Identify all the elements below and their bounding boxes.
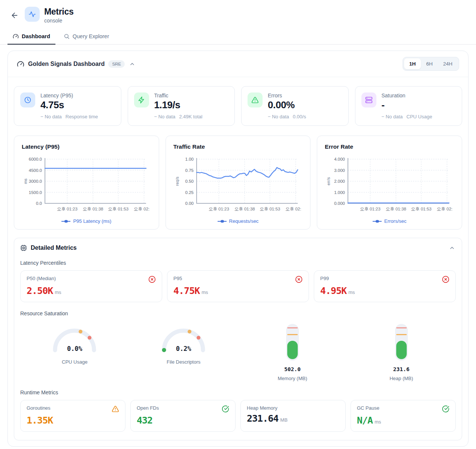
svg-text:오후 01:53: 오후 01:53	[411, 207, 432, 211]
tab-dashboard[interactable]: Dashboard	[7, 30, 55, 45]
metric-unit: MB	[280, 417, 288, 423]
metric-label: P99	[320, 276, 329, 281]
main-tabs: Dashboard Query Explorer	[0, 30, 476, 45]
thermometer-fill	[396, 341, 407, 359]
legend-label: Requests/sec	[229, 218, 259, 224]
traffic-chart-card: Traffic Rate 0.000.250.500.751.00오후 01:2…	[166, 136, 311, 230]
heap-thermometer: 231.6 Heap (MB)	[347, 322, 456, 381]
legend-label: Errors/sec	[384, 218, 406, 224]
collapse-detailed-button[interactable]	[448, 244, 456, 252]
thermometer-gauge	[286, 324, 299, 361]
chevron-up-icon	[129, 61, 135, 67]
metric-card-p95: P95 4.75Kms	[167, 270, 309, 302]
thermometer-value: 502.0	[284, 366, 301, 372]
latency-line-chart: 0.01500.03000.04500.06000.0오후 01:23오후 01…	[22, 155, 151, 215]
metric-label: P50 (Median)	[27, 276, 56, 281]
svg-text:0.50: 0.50	[185, 179, 193, 183]
memory-thermometer: 502.0 Memory (MB)	[238, 322, 347, 381]
danger-threshold-line	[287, 327, 298, 328]
svg-text:오후 02:10: 오후 02:10	[437, 207, 453, 211]
collapse-panel-button[interactable]	[128, 60, 136, 68]
metric-value: 4.95K	[320, 285, 346, 296]
gauge-icon	[13, 33, 19, 39]
svg-text:2.000: 2.000	[334, 179, 345, 183]
svg-text:오후 01:38: 오후 01:38	[386, 207, 406, 211]
metric-card-gc-pause: GC Pause N/Ams	[351, 400, 456, 432]
thermometer-gauge	[395, 324, 408, 361]
range-1h-button[interactable]: 1H	[404, 58, 421, 69]
cpu-usage-gauge: 0.0% CPU Usage	[20, 322, 129, 381]
stat-label: Saturation	[382, 92, 432, 98]
trend-text: − No data	[154, 114, 176, 119]
metric-value: 432	[137, 415, 152, 426]
charts-row: Latency (P95) 0.01500.03000.04500.06000.…	[8, 126, 468, 230]
server-icon	[361, 92, 376, 107]
stat-card-saturation: Saturation - − No dataCPU Usage	[355, 86, 463, 126]
range-6h-button[interactable]: 6H	[421, 58, 438, 69]
tab-query-explorer[interactable]: Query Explorer	[58, 30, 115, 45]
svg-text:오후 01:38: 오후 01:38	[83, 207, 103, 211]
stat-label: Latency (P95)	[40, 92, 98, 98]
trend-text: − No data	[40, 114, 62, 119]
svg-text:4.000: 4.000	[334, 157, 345, 161]
legend-line-marker-icon	[218, 219, 227, 223]
detailed-metrics-panel: Detailed Metrics Latency Percentiles P50…	[14, 238, 462, 440]
metric-value: 1.35K	[27, 415, 53, 426]
range-24h-button[interactable]: 24H	[438, 58, 458, 69]
time-range-selector: 1H 6H 24H	[403, 57, 459, 71]
svg-text:1500.0: 1500.0	[29, 190, 42, 195]
zap-icon	[134, 92, 149, 107]
legend-line-marker-icon	[61, 219, 70, 223]
thermometer-value: 231.6	[393, 366, 410, 372]
metric-label: P95	[173, 276, 182, 281]
metric-unit: ms	[201, 289, 208, 295]
thermometer-fill	[287, 341, 298, 359]
clock-icon	[20, 92, 35, 107]
svg-text:req/s: req/s	[175, 176, 179, 186]
metric-card-goroutines: Goroutines 1.35K	[20, 400, 125, 432]
activity-icon	[28, 10, 36, 18]
tab-dashboard-label: Dashboard	[22, 33, 50, 39]
svg-text:1.00: 1.00	[185, 157, 193, 161]
error-line-chart: 0.0001.0002.0003.0004.000오후 01:23오후 01:3…	[325, 155, 454, 215]
svg-text:0.75: 0.75	[185, 168, 193, 173]
chart-legend: P95 Latency (ms)	[22, 218, 151, 224]
circle-x-icon	[442, 276, 449, 283]
stat-value: 1.19/s	[154, 99, 203, 111]
cpu-chip-icon	[20, 245, 27, 251]
svg-text:오후 01:53: 오후 01:53	[108, 207, 128, 211]
legend-label: P95 Latency (ms)	[73, 218, 111, 224]
resource-saturation-row: 0.0% CPU Usage 0.2% File Descriptors 502…	[20, 322, 456, 381]
back-button[interactable]	[9, 10, 20, 21]
svg-text:0.25: 0.25	[185, 190, 193, 195]
file-descriptors-gauge: 0.2% File Descriptors	[129, 322, 238, 381]
golden-signals-panel: Golden Signals Dashboard SRE 1H 6H 24H L…	[7, 51, 469, 447]
metric-value: N/A	[357, 415, 373, 426]
svg-text:1.000: 1.000	[334, 190, 345, 195]
stat-value: -	[382, 99, 432, 111]
chart-title: Error Rate	[325, 143, 454, 150]
metric-card-heap-memory: Heap Memory 231.64MB	[240, 400, 346, 432]
metric-value: 2.50K	[27, 285, 53, 296]
gauge-value: 0.2%	[159, 345, 208, 352]
stat-label: Traffic	[154, 92, 203, 98]
stat-value: 4.75s	[40, 99, 98, 111]
warning-threshold-line	[396, 334, 407, 335]
svg-text:오후 01:23: 오후 01:23	[360, 207, 381, 211]
stat-card-traffic: Traffic 1.19/s − No data2.49K total	[128, 86, 235, 126]
check-circle-icon	[222, 405, 229, 413]
chart-legend: Errors/sec	[325, 218, 454, 224]
detailed-metrics-title: Detailed Metrics	[31, 245, 77, 251]
svg-text:0.00: 0.00	[185, 201, 193, 206]
metric-label: Open FDs	[137, 405, 159, 411]
gauge-label: File Descriptors	[167, 359, 200, 365]
stat-card-errors: Errors 0.00% − No data0.00/s	[241, 86, 349, 126]
traffic-line-chart: 0.000.250.500.751.00오후 01:23오후 01:38오후 0…	[173, 155, 303, 215]
tab-query-explorer-label: Query Explorer	[73, 33, 109, 39]
trend-text: − No data	[382, 114, 403, 119]
metric-label: Goroutines	[27, 405, 51, 411]
latency-percentiles-heading: Latency Percentiles	[20, 260, 456, 266]
runtime-cards-row: Goroutines 1.35K Open FDs 432	[20, 400, 456, 432]
gauge-value: 0.0%	[50, 345, 99, 352]
gauge-label: CPU Usage	[62, 359, 88, 365]
